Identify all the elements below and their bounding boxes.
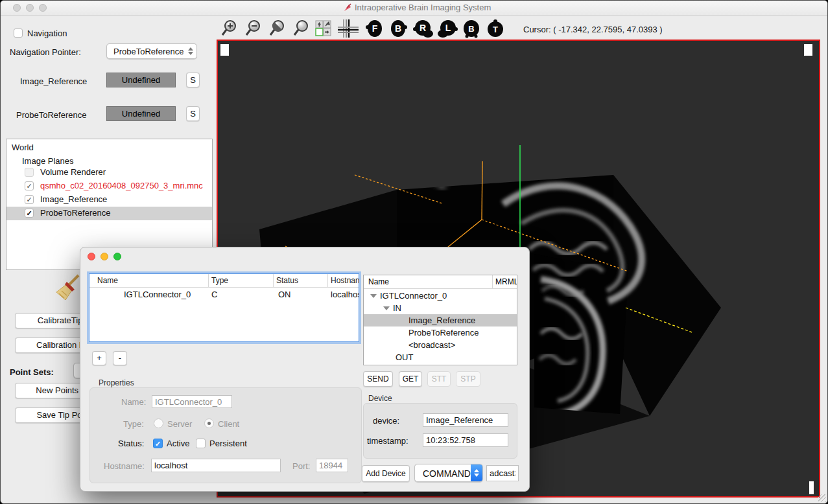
app-icon (343, 3, 352, 12)
view-right-button[interactable]: R (412, 19, 434, 38)
title-bar: Intraoperative Brain Imaging System (1, 1, 827, 16)
timestamp-input[interactable] (423, 433, 508, 447)
volume-renderer-checkbox[interactable] (25, 168, 34, 177)
image-reference-status-button[interactable]: Undefined (106, 73, 176, 87)
navigation-checkbox[interactable] (14, 29, 23, 38)
port-input[interactable] (316, 459, 348, 472)
view-front-button[interactable]: F (364, 19, 384, 38)
device-group (363, 403, 517, 459)
window-resize-grip[interactable] (818, 494, 826, 502)
client-radio[interactable] (204, 418, 214, 428)
io-node-in[interactable]: IN (364, 302, 517, 314)
io-node-out[interactable]: OUT (364, 351, 517, 363)
io-tree[interactable]: Name MRML IGTLConnector_0 IN Image_Refer… (363, 275, 517, 365)
corner-annotation-top-left (220, 44, 229, 56)
zoom-window-button[interactable] (39, 4, 47, 12)
corner-annotation-top-right (804, 44, 812, 56)
navigation-label: Navigation (27, 29, 67, 38)
add-device-button[interactable]: Add Device (362, 465, 410, 482)
minimize-window-button[interactable] (26, 4, 34, 12)
probe-to-reference-label: ProbeToReference (16, 110, 86, 120)
io-column-mrml[interactable]: MRML (495, 277, 517, 286)
server-radio[interactable] (154, 418, 163, 428)
tree-group-label[interactable]: Image Planes (22, 156, 74, 166)
tree-row-mri-volume[interactable]: qsmho_c02_20160408_092750_3_mri.mnc (6, 179, 212, 193)
active-checkbox[interactable] (153, 439, 163, 448)
view-bottom-button[interactable]: B (462, 19, 481, 38)
zoom-out-icon[interactable] (244, 19, 262, 37)
connector-table[interactable]: Name Type Status Hostname IGTLConnector_… (89, 273, 359, 342)
status-label: Status: (118, 439, 144, 448)
port-label: Port: (292, 461, 310, 471)
dialog-close-button[interactable] (88, 253, 95, 260)
io-column-name[interactable]: Name (368, 277, 389, 286)
mri-volume-checkbox[interactable] (25, 181, 34, 190)
popup-stepper-icon (185, 44, 196, 58)
io-node-broadcast[interactable]: <broadcast> (364, 339, 517, 351)
zoom-previous-icon[interactable] (268, 19, 286, 37)
connector-name-cell: IGTLConnector_0 (124, 290, 191, 301)
broadcast-device-field[interactable] (486, 465, 519, 481)
crosshair-grid-icon[interactable] (338, 19, 359, 38)
command-select-value: COMMAND (423, 468, 471, 479)
close-window-button[interactable] (13, 4, 21, 12)
column-header-status[interactable]: Status (276, 274, 298, 287)
image-reference-label: Image_Reference (20, 76, 87, 86)
probe-to-reference-checkbox[interactable] (25, 209, 34, 218)
tree-row-volume-renderer[interactable]: Volume Renderer (6, 166, 212, 179)
active-checkbox-label: Active (167, 439, 189, 448)
igtl-connector-dialog: Name Type Status Hostname IGTLConnector_… (80, 247, 530, 492)
stt-button[interactable]: STT (427, 371, 451, 387)
zoom-in-icon[interactable] (220, 19, 238, 37)
window-title: Intraoperative Brain Imaging System (355, 3, 491, 12)
navigation-pointer-select[interactable]: ProbeToReference (106, 43, 197, 59)
send-button[interactable]: SEND (363, 371, 393, 387)
persistent-checkbox-label: Persistent (209, 439, 247, 448)
column-header-hostname[interactable]: Hostname (331, 274, 359, 287)
navigation-pointer-value: ProbeToReference (113, 47, 183, 56)
pan-icon[interactable] (315, 20, 332, 37)
view-letter: L (445, 23, 451, 33)
navigation-pointer-label: Navigation Pointer: (10, 47, 81, 57)
view-left-button[interactable]: L (437, 19, 459, 38)
name-input[interactable] (152, 395, 232, 408)
device-group-label: Device (368, 394, 392, 403)
device-input[interactable] (423, 413, 508, 427)
properties-group-label: Properties (99, 378, 134, 387)
probe-to-reference-set-button[interactable]: S (186, 106, 200, 121)
image-reference-checkbox[interactable] (25, 195, 34, 204)
view-back-button[interactable]: B (388, 19, 408, 38)
command-select[interactable]: COMMAND (414, 464, 483, 482)
server-radio-label: Server (167, 419, 192, 429)
corner-annotation-bottom-right (809, 481, 814, 494)
probe-to-reference-status-button[interactable]: Undefined (106, 106, 176, 121)
point-sets-label: Point Sets: (10, 367, 54, 377)
connector-status-cell: ON (278, 290, 291, 301)
view-letter: B (468, 24, 474, 34)
remove-connector-button[interactable]: - (113, 351, 127, 365)
tree-root-label[interactable]: World (12, 143, 34, 152)
name-label: Name: (121, 397, 146, 407)
hostname-input[interactable] (151, 459, 281, 472)
tree-row-image-reference[interactable]: Image_Reference (6, 193, 212, 207)
magnify-icon[interactable] (292, 19, 310, 37)
dialog-minimize-button[interactable] (101, 253, 108, 260)
io-node-connector[interactable]: IGTLConnector_0 (364, 290, 517, 302)
dialog-zoom-button[interactable] (113, 253, 121, 260)
column-header-name[interactable]: Name (97, 274, 118, 287)
connector-type-cell: C (211, 290, 217, 301)
io-node-probe-to-reference[interactable]: ProbeToReference (364, 326, 517, 339)
stp-button[interactable]: STP (456, 371, 480, 387)
timestamp-label: timestamp: (367, 436, 408, 446)
io-node-image-reference[interactable]: Image_Reference (364, 314, 517, 326)
column-header-type[interactable]: Type (211, 274, 228, 287)
popup-stepper-icon (471, 464, 482, 481)
add-connector-button[interactable]: + (92, 351, 106, 365)
get-button[interactable]: GET (399, 371, 422, 387)
clear-broom-icon[interactable] (53, 273, 82, 301)
persistent-checkbox[interactable] (196, 439, 206, 448)
image-reference-set-button[interactable]: S (186, 73, 200, 87)
expand-arrow-icon (383, 306, 390, 310)
tree-row-probe-to-reference[interactable]: ProbeToReference (6, 207, 212, 220)
view-top-button[interactable]: T (486, 19, 505, 38)
